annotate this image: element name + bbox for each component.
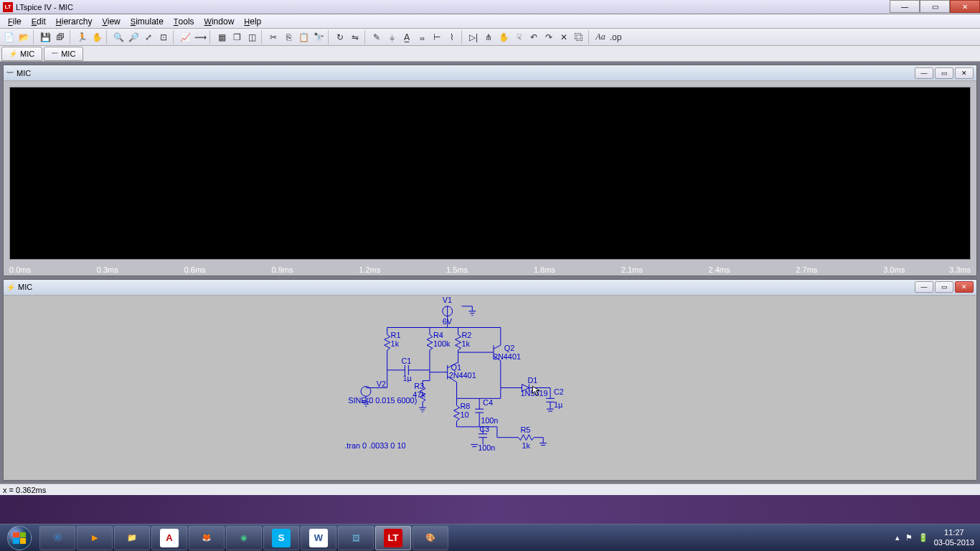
ground-button[interactable]: ⏚	[385, 30, 399, 44]
zoom-out-button[interactable]: 🔎	[126, 30, 141, 44]
taskbar-chrome[interactable]: ◉	[226, 526, 262, 550]
new-schematic-button[interactable]: 📄	[1, 30, 16, 44]
menu-view[interactable]: View	[97, 15, 125, 28]
schematic-maximize-button[interactable]: ▭	[935, 281, 953, 293]
schematic-content[interactable]: V1 6V R1 1k R4 100k R2 1k	[4, 296, 976, 480]
delete-button[interactable]: ✕	[557, 30, 571, 44]
toolbar-separator	[461, 30, 464, 44]
svg-text:1µ: 1µ	[402, 374, 411, 382]
copy-button[interactable]: ⎘	[281, 30, 296, 44]
resistor-button[interactable]: ⏛	[415, 30, 429, 44]
schematic-tab-icon: ⚡	[9, 50, 17, 57]
waveform-minimize-button[interactable]: —	[915, 67, 933, 79]
taskbar-paint[interactable]: 🎨	[413, 526, 448, 550]
taskbar-word[interactable]: W	[301, 526, 336, 550]
toolbar-separator	[261, 30, 264, 44]
menu-edit[interactable]: Edit	[27, 15, 51, 28]
svg-text:R3: R3	[414, 382, 424, 390]
copy-bmp-button[interactable]: ◫	[245, 30, 259, 44]
tray-flag-icon[interactable]: ⚑	[905, 533, 913, 542]
schematic-panel-titlebar[interactable]: ⚡ MIC — ▭ ✕	[4, 280, 976, 296]
cascade-button[interactable]: ❐	[230, 30, 244, 44]
pick-button[interactable]: ⟿	[193, 30, 207, 44]
undo-button[interactable]: ↶	[527, 30, 541, 44]
duplicate-button[interactable]: ⿻	[572, 30, 586, 44]
window-titlebar: LT LTspice IV - MIC	[0, 0, 980, 14]
schematic-tab[interactable]: ⚡MIC	[1, 47, 42, 61]
window-title: LTspice IV - MIC	[16, 3, 73, 11]
mirror-button[interactable]: ⇋	[348, 30, 362, 44]
menu-hierarchy[interactable]: Hierarchy	[51, 15, 98, 28]
run-button[interactable]: 🏃	[75, 30, 89, 44]
maximize-button[interactable]: ▭	[920, 0, 950, 13]
menu-tools[interactable]: Tools	[169, 15, 199, 28]
taskbar-explorer[interactable]: 📁	[114, 526, 150, 550]
zoom-in-button[interactable]: 🔍	[111, 30, 126, 44]
capacitor-button[interactable]: ⊢	[430, 30, 444, 44]
xaxis-tick: 3.0ms	[883, 265, 905, 274]
zoom-area-button[interactable]: ⤢	[141, 30, 156, 44]
drag-button[interactable]: ☟	[512, 30, 526, 44]
spice-button[interactable]: .op	[608, 30, 623, 44]
close-button[interactable]: ✕	[950, 0, 980, 13]
find-button[interactable]: 🔭	[311, 30, 326, 44]
label-button[interactable]: A̲	[400, 30, 414, 44]
diode-button[interactable]: ▷|	[466, 30, 481, 44]
waveform-plot-area[interactable]	[9, 87, 971, 260]
tile-button[interactable]: ▦	[215, 30, 229, 44]
svg-text:R8: R8	[460, 402, 470, 410]
move-button[interactable]: ✋	[496, 30, 511, 44]
xaxis-tick: 0.9ms	[271, 265, 293, 274]
svg-text:V1: V1	[443, 296, 452, 304]
draw-wire-button[interactable]: ✎	[369, 30, 384, 44]
autorange-button[interactable]: 📈	[178, 30, 192, 44]
rotate-button[interactable]: ↻	[333, 30, 347, 44]
waveform-maximize-button[interactable]: ▭	[935, 67, 953, 79]
taskbar-ie[interactable]: ⓔ	[39, 526, 75, 550]
waveform-tab-icon: 〰	[52, 50, 58, 57]
taskbar-media-player[interactable]: ▶	[77, 526, 113, 550]
xaxis-tick: 2.4ms	[709, 265, 730, 274]
save-button[interactable]: 💾	[38, 30, 52, 44]
minimize-button[interactable]: —	[890, 0, 920, 13]
taskbar-photo-viewer[interactable]: 🖼	[338, 526, 374, 550]
redo-button[interactable]: ↷	[542, 30, 556, 44]
inductor-button[interactable]: ⌇	[445, 30, 459, 44]
component-button[interactable]: ⋔	[481, 30, 496, 44]
taskbar-firefox[interactable]: 🦊	[189, 526, 225, 550]
waveform-content[interactable]: 0.0ms0.3ms0.6ms0.9ms1.2ms1.5ms1.8ms2.1ms…	[4, 81, 976, 276]
explorer-icon: 📁	[127, 533, 137, 542]
taskbar: ⓔ▶📁A🦊◉SW🖼LT🎨 ▴ ⚑ 🔋 11:27 03-05-2013	[0, 524, 980, 551]
menu-help[interactable]: Help	[239, 15, 266, 28]
text-button[interactable]: Aa	[593, 30, 608, 44]
menu-file[interactable]: File	[3, 15, 27, 28]
waveform-xaxis: 0.0ms0.3ms0.6ms0.9ms1.2ms1.5ms1.8ms2.1ms…	[9, 261, 971, 274]
halt-button[interactable]: ✋	[90, 30, 104, 44]
zoom-fit-button[interactable]: ⊡	[156, 30, 171, 44]
waveform-close-button[interactable]: ✕	[955, 67, 974, 79]
schematic-panel: ⚡ MIC — ▭ ✕ V1 6V	[3, 279, 977, 481]
open-button[interactable]: 📂	[17, 30, 31, 44]
taskbar-skype[interactable]: S	[263, 526, 299, 550]
cut-button[interactable]: ✂	[266, 30, 281, 44]
schematic-icon: ⚡	[6, 283, 15, 291]
tray-clock[interactable]: 11:27 03-05-2013	[934, 528, 974, 547]
chrome-icon: ◉	[240, 533, 248, 542]
schematic-canvas[interactable]: V1 6V R1 1k R4 100k R2 1k	[4, 296, 976, 480]
taskbar-ltspice[interactable]: LT	[375, 526, 411, 550]
menu-window[interactable]: Window	[199, 15, 240, 28]
paste-button[interactable]: 📋	[296, 30, 311, 44]
schematic-minimize-button[interactable]: —	[915, 281, 933, 293]
schematic-close-button[interactable]: ✕	[955, 281, 974, 293]
print-button[interactable]: 🗊	[53, 30, 67, 44]
waveform-tab[interactable]: 〰MIC	[44, 47, 83, 61]
tray-chevron-icon[interactable]: ▴	[895, 533, 900, 542]
waveform-panel-titlebar[interactable]: 〰 MIC — ▭ ✕	[4, 65, 976, 81]
xaxis-tick: 1.2ms	[359, 265, 380, 274]
svg-text:R2: R2	[461, 331, 471, 339]
tray-battery-icon[interactable]: 🔋	[918, 533, 928, 542]
xaxis-tick: 0.3ms	[97, 265, 118, 274]
taskbar-adobe-reader[interactable]: A	[151, 526, 187, 550]
start-button[interactable]	[0, 524, 39, 552]
menu-simulate[interactable]: Simulate	[126, 15, 169, 28]
